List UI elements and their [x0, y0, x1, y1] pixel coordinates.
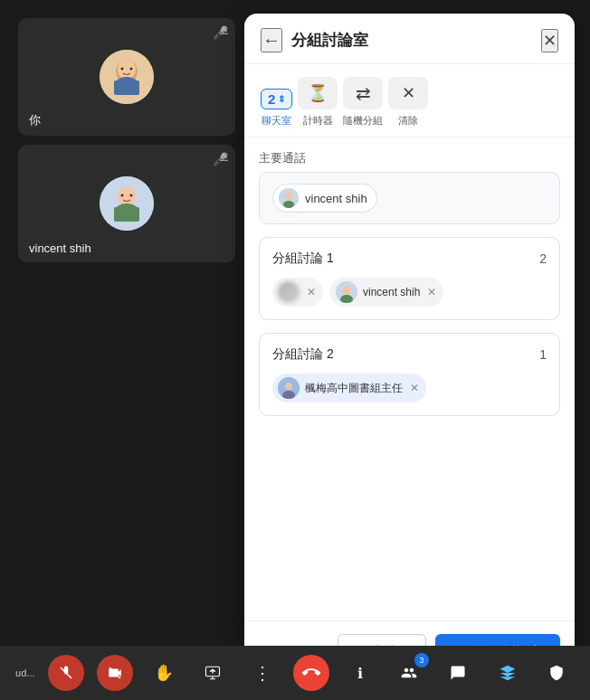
group-2-card: 分組討論 2 1 楓梅高中圖書組主任 ✕ — [259, 333, 560, 416]
group-2-name: 分組討論 2 — [272, 346, 334, 363]
remove-member-1-btn[interactable]: ✕ — [307, 286, 316, 298]
svg-point-3 — [118, 60, 136, 80]
group-1-members: ✕ vincent shih ✕ — [272, 278, 547, 307]
teacher-mute-icon: 🎤̶ — [213, 25, 228, 40]
remove-member-2-btn[interactable]: ✕ — [427, 286, 436, 298]
panel-body: 主要通話 vincent shih 分組討論 1 2 — [244, 137, 575, 620]
info-button[interactable]: ℹ — [342, 655, 378, 691]
student-tile: 🎤̶ vincent shih — [18, 145, 235, 262]
main-chat-title: 主要通話 — [259, 150, 560, 166]
video-area: 🎤̶ 你 🎤̶ vincent shih — [18, 18, 244, 262]
close-button[interactable]: ✕ — [541, 29, 558, 52]
group-2-members: 楓梅高中圖書組主任 ✕ — [272, 374, 547, 402]
main-chat-box: vincent shih — [259, 172, 560, 224]
panel-toolbar: 2 ⇕ 聊天室 ⏳ 計時器 ⇄ 隨機分組 ✕ 清除 — [244, 64, 575, 137]
screen-share-button[interactable] — [195, 655, 231, 691]
breakout-panel: ← 分組討論室 ✕ 2 ⇕ 聊天室 ⏳ 計時器 ⇄ 隨機分組 ✕ 清除 — [244, 14, 575, 683]
svg-point-16 — [283, 201, 294, 208]
random-label: 隨機分組 — [343, 114, 383, 128]
main-chat-section: 主要通話 vincent shih — [259, 150, 560, 224]
back-button[interactable]: ← — [261, 28, 282, 52]
chat-label: 聊天室 — [262, 114, 291, 128]
main-participant-avatar — [279, 188, 299, 208]
timer-control[interactable]: ⏳ 計時器 — [298, 77, 338, 128]
main-participant-chip[interactable]: vincent shih — [272, 184, 377, 213]
mic-button[interactable] — [48, 655, 84, 691]
svg-point-10 — [121, 194, 124, 197]
teacher-avatar — [100, 50, 154, 104]
student-label: vincent shih — [29, 241, 91, 255]
num-arrows: ⇕ — [278, 94, 285, 104]
svg-point-9 — [118, 186, 136, 206]
timer-btn[interactable]: ⏳ — [298, 77, 338, 109]
svg-point-4 — [121, 68, 124, 71]
svg-rect-13 — [114, 207, 139, 222]
room-count-btn[interactable]: 2 ⇕ — [261, 89, 292, 109]
group-2-member-1[interactable]: 楓梅高中圖書組主任 ✕ — [272, 374, 426, 402]
hand-button[interactable]: ✋ — [146, 655, 182, 691]
camera-button[interactable] — [97, 655, 133, 691]
svg-rect-7 — [114, 80, 139, 95]
clear-btn[interactable]: ✕ — [388, 77, 428, 109]
random-btn[interactable]: ⇄ — [343, 77, 383, 109]
svg-point-5 — [130, 68, 133, 71]
chat-button[interactable] — [440, 655, 476, 691]
group-1-card: 分組討論 1 2 ✕ — [259, 237, 560, 320]
panel-header: ← 分組討論室 ✕ — [244, 14, 575, 64]
group-2-header: 分組討論 2 1 — [272, 346, 547, 363]
hangup-button[interactable] — [293, 655, 329, 691]
panel-title: 分組討論室 — [291, 30, 541, 51]
bottom-user-label: ud... — [15, 667, 34, 678]
svg-point-15 — [285, 193, 292, 200]
svg-point-21 — [285, 383, 292, 390]
group-1-member-2-avatar — [336, 281, 357, 303]
group-1-member-1[interactable]: ✕ — [272, 278, 323, 307]
svg-point-11 — [130, 194, 133, 197]
people-badge: 3 — [414, 653, 429, 667]
group-2-member-1-name: 楓梅高中圖書組主任 — [305, 381, 403, 396]
group-1-name: 分組討論 1 — [272, 251, 334, 267]
random-control[interactable]: ⇄ 隨機分組 — [343, 77, 383, 128]
student-mute-icon: 🎤̶ — [213, 152, 228, 166]
svg-point-18 — [343, 287, 351, 295]
rooms-button[interactable] — [490, 655, 526, 691]
group-2-member-1-avatar — [278, 377, 300, 399]
group-1-member-2[interactable]: vincent shih ✕ — [330, 278, 443, 307]
group-2-count: 1 — [539, 347, 547, 362]
group-1-member-2-name: vincent shih — [363, 286, 420, 298]
timer-label: 計時器 — [303, 114, 333, 128]
people-button[interactable]: 3 — [391, 655, 427, 691]
bottom-bar: ud... ✋ ⋮ ℹ 3 — [0, 646, 590, 700]
student-avatar — [100, 176, 154, 231]
group-1-header: 分組討論 1 2 — [272, 251, 547, 267]
teacher-tile: 🎤̶ 你 — [18, 18, 235, 136]
teacher-label: 你 — [29, 112, 41, 128]
shield-button[interactable] — [538, 655, 575, 691]
group-1-count: 2 — [539, 251, 547, 266]
remove-member-3-btn[interactable]: ✕ — [410, 382, 419, 394]
room-count-control[interactable]: 2 ⇕ 聊天室 — [261, 89, 292, 128]
blurred-avatar — [278, 281, 300, 303]
clear-control[interactable]: ✕ 清除 — [388, 77, 428, 128]
clear-label: 清除 — [398, 114, 418, 128]
main-participant-name: vincent shih — [305, 192, 367, 205]
more-button[interactable]: ⋮ — [244, 655, 281, 691]
